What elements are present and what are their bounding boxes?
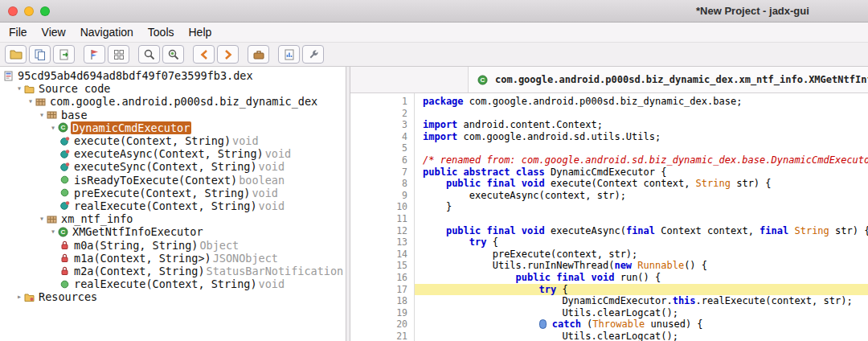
tree-item[interactable]: m0a(String, String) Object bbox=[0, 238, 346, 251]
method-sync-icon bbox=[59, 149, 72, 159]
tree-item-label: Source code bbox=[37, 82, 112, 95]
line-number: 2 bbox=[350, 108, 407, 120]
method-private-icon bbox=[59, 265, 72, 276]
code-panel: C com.google.android.p000sd.biz_dynamic_… bbox=[350, 67, 868, 341]
tree-item[interactable]: 95cd95ab4d694ad8bdf49f07e3599fb3.dex bbox=[0, 69, 346, 82]
tree-item-label: DynamicCmdExecutor bbox=[71, 121, 191, 134]
tree-item[interactable]: ▾xm_ntf_info bbox=[0, 212, 346, 225]
code-line: import com.google.android.sd.utils.Utils… bbox=[415, 131, 868, 143]
line-number: 9 bbox=[350, 190, 407, 202]
code-area[interactable]: package com.google.android.p000sd.biz_dy… bbox=[415, 93, 868, 341]
code-line: try { bbox=[415, 236, 868, 249]
svg-text:C: C bbox=[481, 76, 485, 84]
tree-item[interactable]: ▾CDynamicCmdExecutor bbox=[0, 121, 346, 134]
method-public-icon bbox=[59, 279, 72, 290]
class-icon: C bbox=[477, 75, 490, 85]
sync-with-editor-button[interactable] bbox=[84, 45, 105, 64]
tree-item[interactable]: ▾com.google.android.p000sd.biz_dynamic_d… bbox=[0, 95, 346, 108]
editor-tab-label: com.google.android.p000sd.biz_dynamic_de… bbox=[495, 74, 868, 85]
tree-item[interactable]: m1a(Context, String>) JSONObject bbox=[0, 252, 346, 265]
deobfuscation-button[interactable] bbox=[248, 45, 269, 64]
toolbar-group bbox=[278, 45, 324, 64]
text-search-icon bbox=[143, 48, 156, 61]
class-search-icon bbox=[167, 48, 180, 61]
tree-item-type: Object bbox=[199, 239, 239, 252]
tree-item-type: StatusBarNotification bbox=[207, 265, 344, 277]
code-line: public final void execute(Context contex… bbox=[415, 178, 868, 190]
chevron-down-icon[interactable]: ▾ bbox=[37, 212, 47, 225]
tree-item[interactable]: ▾base bbox=[0, 109, 346, 121]
menu-item-view[interactable]: View bbox=[35, 24, 73, 40]
menu-item-help[interactable]: Help bbox=[182, 24, 219, 40]
class-icon: C bbox=[58, 122, 71, 133]
editor-tab[interactable]: C com.google.android.p000sd.biz_dynamic_… bbox=[468, 67, 868, 92]
method-sync-icon bbox=[59, 136, 72, 146]
line-number: 12 bbox=[350, 225, 407, 237]
open-file-button[interactable] bbox=[5, 45, 27, 64]
line-number-gutter: 123456789101112131415161718192021 bbox=[350, 93, 415, 341]
code-line: public abstract class DynamicCmdExecutor… bbox=[415, 166, 868, 179]
window-title: *New Project - jadx-gui bbox=[696, 5, 809, 17]
class-search-button[interactable] bbox=[162, 45, 184, 64]
tree-item[interactable]: ▸Resources bbox=[0, 290, 346, 303]
line-number: 6 bbox=[350, 154, 407, 166]
tree-item-label: m1a(Context, String>) bbox=[72, 252, 213, 265]
tree-item[interactable]: executeSync(Context, String) void bbox=[0, 160, 346, 173]
code-line: /* renamed from: com.google.android.sd.b… bbox=[415, 154, 868, 166]
package-icon bbox=[35, 97, 48, 107]
log-viewer-button[interactable] bbox=[278, 45, 300, 64]
tree-item[interactable]: ▾Source code bbox=[0, 82, 346, 95]
minimize-button[interactable] bbox=[24, 6, 34, 16]
tree-item-label: com.google.android.p000sd.biz_dynamic_de… bbox=[48, 95, 319, 108]
line-number: 7 bbox=[350, 166, 407, 179]
chevron-down-icon[interactable]: ▾ bbox=[26, 95, 35, 108]
tree-item[interactable]: isReadyToExecute(Context) boolean bbox=[0, 174, 346, 187]
window-controls bbox=[8, 6, 50, 16]
package-icon bbox=[47, 109, 59, 120]
chevron-down-icon[interactable]: ▾ bbox=[48, 121, 58, 134]
resources-folder-icon bbox=[24, 292, 37, 302]
tree-item[interactable]: preExecute(Context, String) void bbox=[0, 187, 346, 199]
main-area: 95cd95ab4d694ad8bdf49f07e3599fb3.dex▾Sou… bbox=[0, 67, 868, 341]
package-icon bbox=[47, 214, 59, 224]
tree-item-label: executeAsync(Context, String) bbox=[72, 147, 265, 160]
svg-text:C: C bbox=[61, 228, 66, 236]
tree-item-label: preExecute(Context, String) bbox=[72, 187, 252, 199]
text-search-button[interactable] bbox=[138, 45, 160, 64]
close-button[interactable] bbox=[8, 6, 18, 16]
chevron-down-icon[interactable]: ▾ bbox=[37, 109, 47, 121]
tree-item[interactable]: executeAsync(Context, String) void bbox=[0, 147, 346, 160]
back-button[interactable] bbox=[193, 45, 215, 64]
chevron-right-icon[interactable]: ▸ bbox=[14, 290, 24, 303]
line-number: 11 bbox=[350, 213, 407, 225]
tree-item[interactable]: m2a(Context, String) StatusBarNotificati… bbox=[0, 265, 346, 277]
code-line bbox=[415, 142, 868, 154]
tree-item-type: void bbox=[259, 160, 285, 173]
tree-item[interactable]: execute(Context, String) void bbox=[0, 134, 346, 147]
save-all-button[interactable] bbox=[29, 45, 51, 64]
tree-item[interactable]: ▾CXMGetNtfInfoExecutor bbox=[0, 225, 346, 238]
code-line: DynamicCmdExecutor.this.realExecute(cont… bbox=[415, 295, 868, 307]
tree-item-type: void bbox=[232, 134, 259, 147]
toolbar-group bbox=[84, 45, 129, 64]
line-number: 13 bbox=[350, 236, 407, 249]
fold-marker-icon[interactable] bbox=[539, 319, 547, 329]
chevron-down-icon[interactable]: ▾ bbox=[48, 225, 58, 238]
tree-item-label: xm_ntf_info bbox=[59, 212, 134, 225]
zoom-button[interactable] bbox=[40, 6, 50, 16]
toolbar-group bbox=[138, 45, 184, 64]
tree-item[interactable]: realExecute(Context, String) void bbox=[0, 277, 346, 290]
tree-item[interactable]: realExecute(Context, String) void bbox=[0, 199, 346, 212]
preferences-button[interactable] bbox=[302, 45, 324, 64]
line-number: 1 bbox=[350, 96, 407, 108]
code-editor[interactable]: 123456789101112131415161718192021 packag… bbox=[350, 93, 868, 341]
code-line: catch (Throwable unused) { bbox=[415, 318, 868, 331]
chevron-down-icon[interactable]: ▾ bbox=[14, 82, 24, 95]
flat-packages-button[interactable] bbox=[108, 45, 129, 64]
menu-item-navigation[interactable]: Navigation bbox=[73, 24, 141, 40]
forward-button[interactable] bbox=[217, 45, 239, 64]
project-tree-panel[interactable]: 95cd95ab4d694ad8bdf49f07e3599fb3.dex▾Sou… bbox=[0, 67, 346, 341]
menu-item-tools[interactable]: Tools bbox=[141, 24, 182, 40]
export-button[interactable] bbox=[53, 45, 75, 64]
menu-item-file[interactable]: File bbox=[2, 24, 35, 40]
